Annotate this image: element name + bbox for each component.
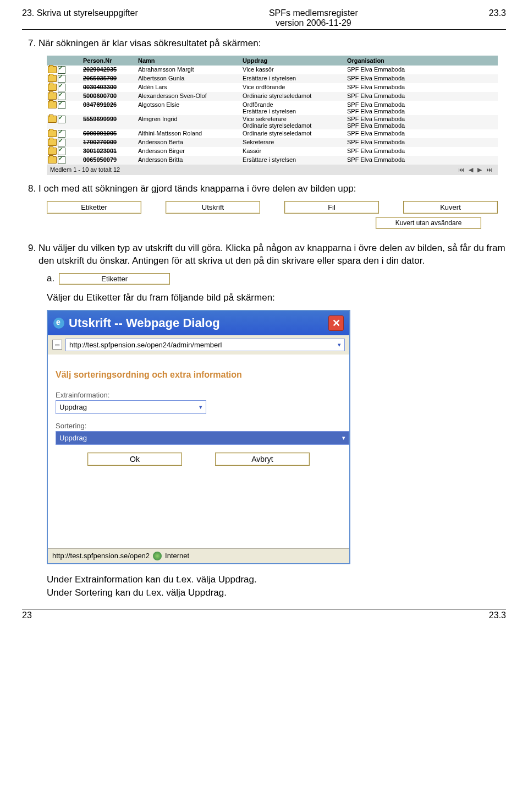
label-sortering: Sortering: xyxy=(56,422,342,430)
dialog-titlebar: Utskrift -- Webpage Dialog ✕ xyxy=(48,311,349,335)
step-9: Nu väljer du vilken typ av utskrift du v… xyxy=(38,242,506,268)
avbryt-button[interactable]: Avbryt xyxy=(215,453,310,466)
table-footer: Medlem 1 - 10 av totalt 12 ⏮◀▶⏭ xyxy=(47,165,498,175)
cell-organisation: SPF Elva Emmaboda xyxy=(347,148,497,154)
cell-personnr: 3001023001 xyxy=(83,148,138,154)
cell-uppdrag: Vice kassör xyxy=(243,66,347,73)
folder-icon[interactable] xyxy=(48,66,57,73)
cell-personnr: 5559699999 xyxy=(83,116,138,122)
cell-personnr: 0347891026 xyxy=(83,101,138,108)
cell-organisation: SPF Elva EmmabodaSPF Elva Emmaboda xyxy=(347,101,497,115)
checkbox-icon[interactable] xyxy=(58,75,65,83)
col-uppdrag: Uppdrag xyxy=(243,57,347,64)
page-header: 23. Skriva ut styrelseuppgifter SPFs med… xyxy=(22,8,506,30)
col-personnr: Person.Nr xyxy=(83,57,138,64)
results-table: Person.Nr Namn Uppdrag Organisation 2029… xyxy=(47,56,498,175)
cell-namn: Andersson Berta xyxy=(138,139,243,145)
checkbox-icon[interactable] xyxy=(58,156,65,164)
cell-namn: Althini-Mattsson Roland xyxy=(138,130,243,137)
cell-personnr: 1700270009 xyxy=(83,139,138,145)
dialog-heading: Välj sorteringsordning och extra informa… xyxy=(56,370,342,380)
cell-organisation: SPF Elva Emmaboda xyxy=(347,75,497,81)
pager[interactable]: ⏮◀▶⏭ xyxy=(456,166,494,173)
cell-uppdrag: Vice ordförande xyxy=(243,84,347,90)
chevron-down-icon: ▾ xyxy=(199,404,202,411)
kuvert-button[interactable]: Kuvert xyxy=(403,201,498,214)
url-field[interactable]: http://test.spfpension.se/open24/admin/m… xyxy=(65,339,345,351)
table-row[interactable]: 5000600700Alexandersson Sven-OlofOrdinar… xyxy=(47,92,498,101)
utskrift-button[interactable]: Utskrift xyxy=(166,201,260,214)
cell-organisation: SPF Elva EmmabodaSPF Elva Emmaboda xyxy=(347,116,497,129)
table-row[interactable]: 5559699999Almgren IngridVice sekreterare… xyxy=(47,115,498,129)
cell-personnr: 2065035709 xyxy=(83,75,138,81)
folder-icon[interactable] xyxy=(48,148,57,155)
table-row[interactable]: 2029042935Abrahamsson MargitVice kassörS… xyxy=(47,66,498,74)
folder-icon[interactable] xyxy=(48,84,57,91)
cell-uppdrag: Sekreterare xyxy=(243,139,347,145)
header-center: SPFs medlemsregister version 2006-11-29 xyxy=(138,8,489,28)
cell-uppdrag: Ersättare i styrelsen xyxy=(243,75,347,81)
chevron-down-icon[interactable]: ▾ xyxy=(338,341,341,348)
step-8: I och med att sökningen är gjord tänds k… xyxy=(38,183,506,195)
ok-button[interactable]: Ok xyxy=(87,453,182,466)
folder-icon[interactable] xyxy=(48,101,57,108)
status-bar: http://test.spfpension.se/open2 Internet xyxy=(48,548,349,563)
cell-uppdrag: OrdförandeErsättare i styrelsen xyxy=(243,101,347,115)
table-row[interactable]: 3001023001Andersson BirgerKassörSPF Elva… xyxy=(47,147,498,156)
table-row[interactable]: 0065050079Andersson BrittaErsättare i st… xyxy=(47,156,498,165)
utskrift-dialog: Utskrift -- Webpage Dialog ✕ ▭ http://te… xyxy=(47,310,350,564)
folder-icon[interactable] xyxy=(48,156,57,164)
cell-organisation: SPF Elva Emmaboda xyxy=(347,130,497,137)
cell-namn: Abrahamsson Margit xyxy=(138,66,243,73)
etiketter-button[interactable]: Etiketter xyxy=(47,201,141,214)
chevron-down-icon: ▾ xyxy=(342,434,345,442)
checkbox-icon[interactable] xyxy=(58,130,65,138)
cell-organisation: SPF Elva Emmaboda xyxy=(347,66,497,73)
extrainfo-dropdown[interactable]: Uppdrag ▾ xyxy=(56,400,206,414)
cell-uppdrag: Ordinarie styrelseledamot xyxy=(243,92,347,99)
sub-a-description: Väljer du Etiketter får du fram följande… xyxy=(47,292,506,303)
under-line-2: Under Sortering kan du t.ex. välja Uppdr… xyxy=(47,586,506,600)
address-bar: ▭ http://test.spfpension.se/open24/admin… xyxy=(48,335,349,355)
header-left: 23. Skriva ut styrelseuppgifter xyxy=(22,8,138,28)
cell-personnr: 0065050079 xyxy=(83,156,138,163)
cell-uppdrag: Ordinarie styrelseledamot xyxy=(243,130,347,137)
checkbox-icon[interactable] xyxy=(58,66,65,74)
header-right: 23.3 xyxy=(489,8,506,28)
page-icon: ▭ xyxy=(52,340,62,350)
cell-uppdrag: Ersättare i styrelsen xyxy=(243,156,347,163)
folder-icon[interactable] xyxy=(48,116,57,123)
col-organisation: Organisation xyxy=(347,57,497,64)
fil-button[interactable]: Fil xyxy=(284,201,379,214)
checkbox-icon[interactable] xyxy=(58,139,65,146)
cell-uppdrag: Vice sekreterareOrdinarie styrelseledamo… xyxy=(243,116,347,129)
col-namn: Namn xyxy=(138,57,243,64)
globe-icon xyxy=(153,552,162,560)
sortering-dropdown[interactable]: Uppdrag ▾ xyxy=(56,431,349,445)
label-extrainfo: Extrainformation: xyxy=(56,391,342,399)
table-row[interactable]: 6000001005Althini-Mattsson RolandOrdinar… xyxy=(47,129,498,138)
cell-uppdrag: Kassör xyxy=(243,148,347,154)
folder-icon[interactable] xyxy=(48,75,57,82)
step-7: När sökningen är klar visas sökresultate… xyxy=(38,37,506,50)
checkbox-icon[interactable] xyxy=(58,116,65,123)
folder-icon[interactable] xyxy=(48,139,57,146)
cell-namn: Almgren Ingrid xyxy=(138,116,243,122)
cell-namn: Andersson Britta xyxy=(138,156,243,163)
cell-namn: Aldén Lars xyxy=(138,84,243,90)
folder-icon[interactable] xyxy=(48,130,57,137)
table-row[interactable]: 1700270009Andersson BertaSekreterareSPF … xyxy=(47,138,498,147)
table-row[interactable]: 0030403300Aldén LarsVice ordförandeSPF E… xyxy=(47,83,498,92)
checkbox-icon[interactable] xyxy=(58,92,65,100)
checkbox-icon[interactable] xyxy=(58,148,65,155)
cell-organisation: SPF Elva Emmaboda xyxy=(347,156,497,163)
etiketter-button-inline[interactable]: Etiketter xyxy=(59,273,170,285)
kuvert-utan-avsandare-button[interactable]: Kuvert utan avsändare xyxy=(376,217,481,229)
table-row[interactable]: 0347891026Algotsson ElsieOrdförandeErsät… xyxy=(47,101,498,115)
checkbox-icon[interactable] xyxy=(58,84,65,91)
folder-icon[interactable] xyxy=(48,92,57,100)
cell-namn: Andersson Birger xyxy=(138,148,243,154)
checkbox-icon[interactable] xyxy=(58,101,65,109)
table-row[interactable]: 2065035709Albertsson GunlaErsättare i st… xyxy=(47,74,498,83)
close-icon[interactable]: ✕ xyxy=(328,315,344,331)
